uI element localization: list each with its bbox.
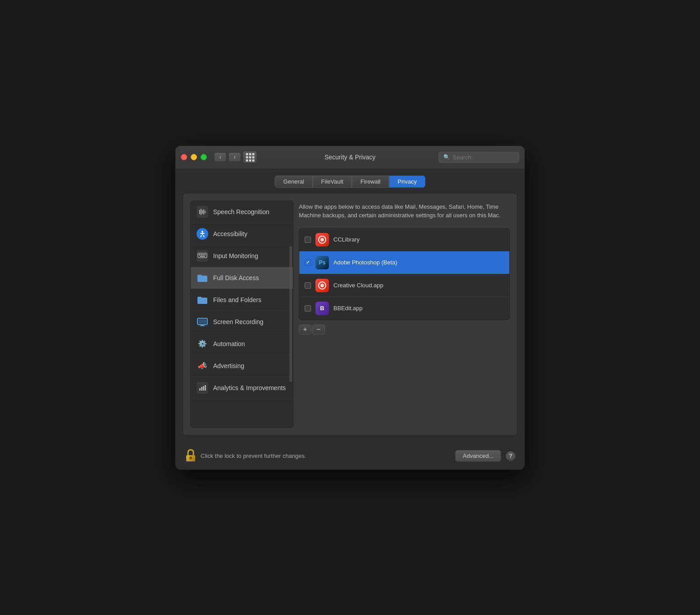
- advertising-icon: 📣: [196, 360, 209, 372]
- app-row-bbedit[interactable]: B BBEdit.app: [299, 297, 509, 320]
- search-bar[interactable]: 🔍: [438, 152, 519, 163]
- app-name-creative-cloud: Creative Cloud.app: [333, 282, 383, 289]
- svg-rect-2: [202, 210, 203, 214]
- remove-app-button[interactable]: −: [312, 325, 325, 334]
- minimize-button[interactable]: [191, 154, 197, 160]
- svg-rect-18: [201, 325, 204, 325]
- full-disk-access-icon: [196, 272, 209, 284]
- advanced-button[interactable]: Advanced...: [455, 450, 501, 462]
- tabs-bar: General FileVault Firewall Privacy: [175, 169, 525, 193]
- app-row-photoshop-beta[interactable]: Ps Adobe Photoshop (Beta): [299, 251, 509, 274]
- svg-point-5: [201, 231, 203, 233]
- footer: Click the lock to prevent further change…: [175, 443, 525, 470]
- cc-library-icon: [315, 233, 329, 246]
- apps-list: CCLibrary Ps Adobe Photoshop (Beta): [299, 228, 510, 320]
- input-monitoring-icon: [196, 250, 209, 262]
- traffic-lights: [181, 154, 207, 160]
- svg-rect-4: [205, 211, 206, 213]
- app-row-creative-cloud[interactable]: Creative Cloud.app: [299, 274, 509, 297]
- app-checkbox-creative-cloud[interactable]: [305, 282, 311, 289]
- footer-lock-text: Click the lock to prevent further change…: [201, 452, 306, 459]
- sidebar-label-accessibility: Accessibility: [213, 230, 247, 237]
- window-title: Security & Privacy: [324, 154, 376, 161]
- svg-rect-22: [203, 386, 204, 391]
- tab-privacy[interactable]: Privacy: [389, 176, 425, 188]
- lock-container[interactable]: Click the lock to prevent further change…: [184, 448, 306, 464]
- tab-general[interactable]: General: [275, 176, 312, 188]
- svg-line-9: [203, 235, 204, 237]
- svg-point-25: [320, 238, 324, 242]
- add-app-button[interactable]: +: [299, 325, 311, 334]
- svg-rect-11: [199, 254, 200, 255]
- sidebar-label-full-disk-access: Full Disk Access: [213, 274, 259, 281]
- search-icon: 🔍: [443, 154, 450, 160]
- sidebar-item-files-and-folders[interactable]: Files and Folders: [191, 289, 293, 311]
- svg-rect-17: [198, 319, 206, 324]
- sidebar-label-automation: Automation: [213, 340, 245, 347]
- photoshop-icon: Ps: [315, 256, 329, 269]
- sidebar-item-screen-recording[interactable]: Screen Recording: [191, 311, 293, 333]
- grid-button[interactable]: [243, 151, 257, 163]
- sidebar-item-advertising[interactable]: 📣 Advertising: [191, 355, 293, 377]
- svg-point-27: [320, 284, 324, 287]
- speech-icon: [196, 206, 209, 218]
- app-name-cclibrary: CCLibrary: [333, 236, 360, 243]
- sidebar-scrollbar[interactable]: [289, 246, 292, 382]
- analytics-improvements-icon: [196, 382, 209, 394]
- titlebar: ‹ › Security & Privacy 🔍: [175, 146, 525, 169]
- app-checkbox-photoshop-beta[interactable]: [305, 259, 311, 266]
- maximize-button[interactable]: [201, 154, 207, 160]
- footer-right: Advanced... ?: [455, 450, 516, 462]
- screen-recording-icon: [196, 316, 209, 328]
- svg-rect-0: [199, 210, 200, 214]
- nav-buttons: ‹ ›: [214, 152, 241, 162]
- sidebar-item-automation[interactable]: ⚙️ Automation: [191, 333, 293, 355]
- svg-rect-13: [202, 254, 204, 255]
- back-button[interactable]: ‹: [214, 152, 227, 162]
- app-checkbox-cclibrary[interactable]: [305, 237, 311, 243]
- sidebar: Speech Recognition Accessibility: [190, 201, 293, 428]
- forward-button[interactable]: ›: [228, 152, 241, 162]
- app-row-cclibrary[interactable]: CCLibrary: [299, 228, 509, 251]
- accessibility-icon: [196, 228, 209, 240]
- creative-cloud-icon: [315, 279, 329, 292]
- svg-line-8: [201, 235, 201, 237]
- app-name-photoshop-beta: Adobe Photoshop (Beta): [333, 259, 397, 266]
- search-input[interactable]: [453, 154, 514, 161]
- sidebar-item-analytics-improvements[interactable]: Analytics & Improvements: [191, 377, 293, 399]
- svg-rect-15: [200, 256, 205, 257]
- app-name-bbedit: BBEdit.app: [333, 305, 363, 312]
- sidebar-item-accessibility[interactable]: Accessibility: [191, 223, 293, 245]
- sidebar-item-input-monitoring[interactable]: Input Monitoring: [191, 245, 293, 267]
- sidebar-label-advertising: Advertising: [213, 362, 244, 369]
- sidebar-item-speech-recognition[interactable]: Speech Recognition: [191, 201, 293, 223]
- svg-rect-20: [199, 388, 201, 391]
- svg-rect-3: [203, 209, 204, 215]
- tab-firewall[interactable]: Firewall: [352, 176, 389, 188]
- description-text: Allow the apps below to access data like…: [299, 201, 510, 222]
- help-button[interactable]: ?: [506, 451, 516, 461]
- lock-icon: [184, 448, 197, 464]
- sidebar-label-screen-recording: Screen Recording: [213, 318, 263, 325]
- automation-icon: ⚙️: [196, 338, 209, 350]
- main-panel: Allow the apps below to access data like…: [299, 201, 510, 428]
- svg-rect-1: [201, 209, 201, 215]
- app-checkbox-bbedit[interactable]: [305, 305, 311, 312]
- sidebar-label-files-and-folders: Files and Folders: [213, 296, 261, 303]
- bbedit-icon: B: [315, 302, 329, 315]
- svg-rect-12: [201, 254, 202, 255]
- svg-rect-21: [201, 387, 202, 391]
- close-button[interactable]: [181, 154, 187, 160]
- svg-rect-23: [205, 385, 206, 391]
- sidebar-label-speech-recognition: Speech Recognition: [213, 208, 269, 215]
- grid-icon: [246, 153, 254, 162]
- sidebar-label-analytics-improvements: Analytics & Improvements: [213, 384, 286, 391]
- sidebar-item-full-disk-access[interactable]: Full Disk Access: [191, 267, 293, 289]
- svg-rect-31: [190, 458, 191, 460]
- tab-filevault[interactable]: FileVault: [313, 176, 352, 188]
- main-window: ‹ › Security & Privacy 🔍 General FileVau…: [175, 145, 525, 470]
- svg-rect-14: [204, 254, 206, 255]
- svg-rect-19: [200, 325, 205, 326]
- sidebar-label-input-monitoring: Input Monitoring: [213, 252, 258, 259]
- files-and-folders-icon: [196, 294, 209, 306]
